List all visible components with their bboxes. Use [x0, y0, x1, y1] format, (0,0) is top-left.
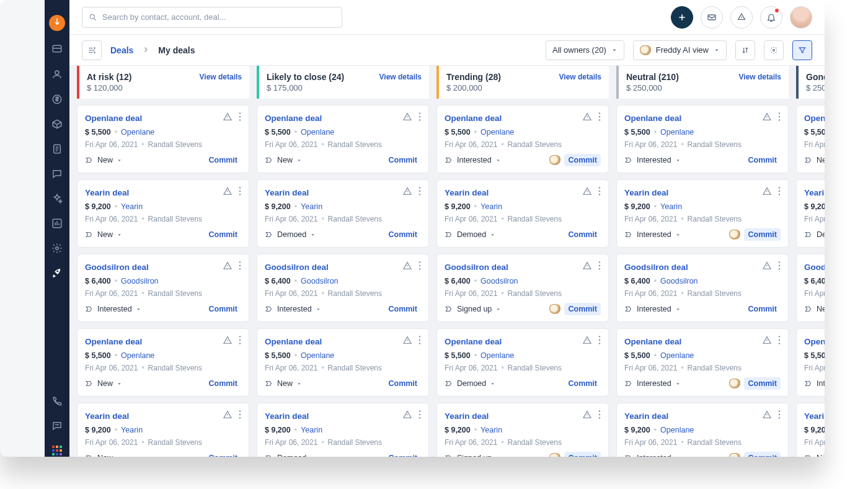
deal-name-link[interactable]: Openlane deal: [624, 114, 681, 123]
stage-dropdown[interactable]: Interested: [265, 305, 321, 313]
deal-card[interactable]: Yearin deal$ 9,200•YearinFri Apr 06, 202…: [616, 179, 789, 248]
deal-name-link[interactable]: Yearin deal: [624, 188, 668, 197]
nav-deals-icon[interactable]: [51, 93, 63, 105]
nav-apps-icon[interactable]: [51, 444, 63, 457]
deal-card[interactable]: Openlane deal$ 5,500•OpenlaneFri Apr 06,…: [257, 105, 429, 173]
more-menu-icon[interactable]: [239, 187, 241, 198]
more-menu-icon[interactable]: [418, 410, 421, 421]
warning-icon[interactable]: [762, 335, 772, 348]
deal-name-link[interactable]: Openlane deal: [445, 114, 502, 123]
warning-icon[interactable]: [223, 186, 232, 199]
deal-card[interactable]: Yearin deal$ 9,200•YearinFri Apr 06, 202…: [77, 403, 249, 457]
deal-name-link[interactable]: Goodsilron deal: [265, 262, 329, 272]
deal-card[interactable]: Yearin deal$ 9,200•YearinFri Apr 06, 202…: [796, 179, 825, 248]
deal-card[interactable]: Yearin deal$ 9,200•YearinFri Apr 06, 202…: [436, 403, 609, 457]
account-link[interactable]: Openlane: [121, 351, 154, 360]
stage-dropdown[interactable]: Interested: [804, 379, 825, 388]
nav-phone-icon[interactable]: [51, 395, 63, 407]
more-menu-icon[interactable]: [239, 261, 241, 272]
deal-name-link[interactable]: Yearin deal: [265, 188, 309, 197]
warning-icon[interactable]: [402, 261, 412, 273]
more-menu-icon[interactable]: [239, 410, 241, 421]
more-menu-icon[interactable]: [598, 336, 601, 347]
account-link[interactable]: Openlane: [660, 351, 694, 360]
deal-name-link[interactable]: Yearin deal: [445, 188, 489, 197]
commit-button[interactable]: Commit: [564, 303, 601, 315]
more-menu-icon[interactable]: [778, 112, 781, 123]
deal-name-link[interactable]: Openlane deal: [624, 337, 681, 346]
deal-card[interactable]: Yearin deal$ 9,200•YearinFri Apr 06, 202…: [77, 179, 249, 248]
more-menu-icon[interactable]: [418, 336, 421, 347]
avatar[interactable]: [790, 6, 812, 29]
more-menu-icon[interactable]: [598, 112, 601, 123]
stage-dropdown[interactable]: New: [804, 305, 825, 313]
commit-button[interactable]: Commit: [205, 228, 241, 241]
warning-icon[interactable]: [582, 410, 592, 422]
commit-button[interactable]: Commit: [564, 228, 601, 241]
owners-dropdown[interactable]: All owners (20): [546, 40, 624, 60]
nav-rocket-icon[interactable]: [51, 267, 63, 279]
deal-card[interactable]: Yearin deal$ 9,200•YearinFri Apr 06, 202…: [257, 403, 429, 457]
view-details-link[interactable]: View details: [200, 73, 242, 81]
deal-card[interactable]: Goodsilron deal$ 6,400•GoodsilronFri Apr…: [796, 254, 825, 322]
commit-button[interactable]: Commit: [564, 154, 601, 166]
commit-button[interactable]: Commit: [205, 377, 241, 390]
deal-name-link[interactable]: Goodsilron deal: [85, 262, 149, 272]
warning-icon[interactable]: [402, 112, 412, 124]
deal-card[interactable]: Yearin deal$ 9,200•YearinFri Apr 06, 202…: [796, 403, 825, 457]
commit-button[interactable]: Commit: [564, 377, 601, 390]
stage-dropdown[interactable]: Interested: [624, 156, 681, 164]
more-menu-icon[interactable]: [239, 336, 241, 347]
nav-contacts-icon[interactable]: [51, 68, 63, 81]
deal-name-link[interactable]: Openlane deal: [265, 337, 322, 346]
deal-name-link[interactable]: Openlane deal: [265, 114, 322, 123]
nav-settings-icon[interactable]: [51, 242, 63, 254]
deal-card[interactable]: Openlane deal$ 5,500•OpenlaneFri Apr 06,…: [77, 328, 249, 397]
toggle-view-button[interactable]: [82, 40, 102, 60]
stage-dropdown[interactable]: Demoed: [804, 230, 825, 239]
stage-dropdown[interactable]: Interested: [624, 454, 681, 457]
deal-name-link[interactable]: Goodsilron deal: [804, 262, 825, 272]
view-details-link[interactable]: View details: [559, 73, 601, 81]
commit-button[interactable]: Commit: [205, 154, 241, 166]
view-details-link[interactable]: View details: [379, 73, 422, 81]
deal-name-link[interactable]: Openlane deal: [804, 337, 825, 346]
commit-button[interactable]: Commit: [384, 154, 421, 166]
more-menu-icon[interactable]: [778, 410, 781, 421]
sort-button[interactable]: [735, 40, 755, 60]
account-link[interactable]: Yearin: [301, 202, 322, 211]
commit-button[interactable]: Commit: [384, 303, 421, 315]
more-menu-icon[interactable]: [778, 187, 781, 198]
mail-button[interactable]: [701, 6, 723, 29]
deal-name-link[interactable]: Yearin deal: [265, 411, 309, 421]
account-link[interactable]: Goodsilron: [121, 277, 158, 285]
nav-ai-icon[interactable]: [51, 192, 63, 205]
account-link[interactable]: Goodsilron: [660, 277, 698, 285]
warning-icon[interactable]: [223, 261, 232, 273]
warning-icon[interactable]: [762, 261, 772, 273]
more-menu-icon[interactable]: [239, 112, 241, 123]
account-link[interactable]: Yearin: [301, 426, 322, 434]
deal-card[interactable]: Openlane deal$ 5,500•OpenlaneFri Apr 06,…: [616, 105, 789, 173]
account-link[interactable]: Yearin: [660, 202, 682, 211]
more-menu-icon[interactable]: [418, 187, 421, 198]
stage-dropdown[interactable]: Interested: [624, 379, 681, 388]
deal-card[interactable]: Goodsilron deal$ 6,400•GoodsilronFri Apr…: [436, 254, 609, 322]
account-link[interactable]: Openlane: [660, 426, 694, 434]
deal-name-link[interactable]: Openlane deal: [445, 337, 502, 346]
commit-button[interactable]: Commit: [744, 452, 781, 457]
account-link[interactable]: Openlane: [480, 128, 514, 137]
warning-icon[interactable]: [223, 335, 232, 348]
commit-button[interactable]: Commit: [744, 154, 781, 166]
stage-dropdown[interactable]: Signed up: [445, 305, 501, 313]
deal-card[interactable]: Goodsilron deal$ 6,400•GoodsilronFri Apr…: [257, 254, 429, 322]
commit-button[interactable]: Commit: [205, 452, 241, 457]
deal-name-link[interactable]: Openlane deal: [804, 114, 825, 123]
deal-name-link[interactable]: Goodsilron deal: [624, 262, 688, 272]
new-button[interactable]: [671, 6, 693, 29]
deal-card[interactable]: Openlane deal$ 5,500•OpenlaneFri Apr 06,…: [436, 105, 609, 173]
account-link[interactable]: Openlane: [301, 351, 334, 360]
deal-name-link[interactable]: Openlane deal: [85, 337, 142, 346]
warning-icon[interactable]: [402, 186, 412, 199]
deal-name-link[interactable]: Yearin deal: [624, 411, 668, 421]
